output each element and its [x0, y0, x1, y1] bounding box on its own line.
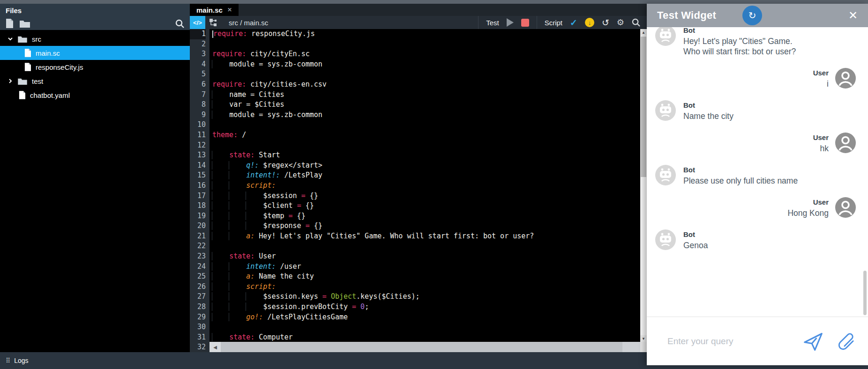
- chat-scroll-thumb[interactable]: [863, 271, 867, 315]
- folder-icon: [18, 78, 27, 85]
- code-line: module = sys.zb-common: [212, 110, 647, 120]
- code-line: $temp = {}: [212, 211, 647, 221]
- editor-body: 1234567891011121314151617181920212223242…: [190, 29, 647, 352]
- scrollbar-corner: [640, 342, 647, 352]
- line-number: 25: [190, 272, 206, 282]
- window-top-edge: [0, 0, 868, 4]
- line-number: 6: [190, 80, 206, 90]
- line-number: 30: [190, 322, 206, 332]
- file-tree-label: chatbot.yaml: [30, 91, 70, 99]
- tab-main-sc[interactable]: main.sc ✕: [190, 4, 239, 16]
- line-number: 19: [190, 211, 206, 221]
- message-author-label: Bot: [683, 101, 733, 109]
- code-line: a: Name the city: [212, 272, 647, 282]
- code-line: state: User: [212, 251, 647, 262]
- tab-close-icon[interactable]: ✕: [227, 7, 232, 13]
- run-test-icon[interactable]: [507, 18, 514, 27]
- scroll-left-icon[interactable]: ◀: [210, 342, 221, 352]
- line-number: 23: [190, 251, 206, 262]
- bot-avatar: [655, 27, 676, 46]
- code-line: script:: [212, 181, 647, 191]
- line-number-gutter: 1234567891011121314151617181920212223242…: [190, 29, 210, 352]
- line-number: 13: [190, 150, 206, 161]
- toolbar-separator: [478, 16, 479, 29]
- search-files-icon[interactable]: [175, 19, 184, 28]
- chat-message-bot: BotHey! Let's play "Cities" Game. Who wi…: [655, 27, 856, 57]
- file-tree-item-src[interactable]: src: [0, 32, 190, 46]
- new-folder-icon[interactable]: [20, 20, 30, 28]
- undo-icon[interactable]: ↺: [602, 17, 609, 28]
- chat-message-bot: BotGenoa: [655, 229, 856, 251]
- chat-history: BotHey! Let's play "Cities" Game. Who wi…: [647, 27, 868, 317]
- line-number: 15: [190, 170, 206, 181]
- code-line: theme: /: [212, 130, 647, 140]
- code-area[interactable]: require: responseCity.js​require: city/c…: [210, 29, 647, 352]
- line-number: 18: [190, 201, 206, 211]
- code-line: script:: [212, 282, 647, 292]
- flow-view-button[interactable]: [205, 16, 221, 29]
- line-number: 14: [190, 161, 206, 171]
- message-author-label: User: [787, 198, 829, 206]
- line-number: 27: [190, 292, 206, 302]
- scroll-down-icon[interactable]: ▼: [640, 335, 647, 342]
- breadcrumb: src / main.sc: [229, 19, 268, 27]
- stop-test-icon[interactable]: [521, 19, 529, 27]
- horizontal-scroll-thumb[interactable]: [221, 342, 622, 352]
- user-avatar: [835, 197, 856, 218]
- line-number: 7: [190, 90, 206, 100]
- file-tree-label: test: [32, 77, 43, 85]
- chat-message-user: Userhk: [655, 133, 856, 154]
- send-message-icon[interactable]: [802, 331, 824, 352]
- line-number: 11: [190, 130, 206, 140]
- attach-file-icon[interactable]: [837, 331, 856, 352]
- code-line: $session.prevBotCity = 0;: [212, 302, 647, 312]
- code-line: require: city/cities-en.csv: [212, 80, 647, 90]
- file-tree-item-test[interactable]: test: [0, 74, 190, 88]
- scroll-up-icon[interactable]: ▲: [640, 29, 647, 36]
- vertical-scrollbar[interactable]: ▲ ▼: [640, 29, 647, 342]
- files-toolbar: [0, 17, 190, 30]
- horizontal-scrollbar[interactable]: ◀: [210, 342, 640, 352]
- line-number: 28: [190, 302, 206, 312]
- code-line: var = $Cities: [212, 100, 647, 110]
- close-widget-icon[interactable]: ✕: [848, 9, 858, 22]
- settings-gear-icon[interactable]: ⚙: [617, 17, 624, 28]
- file-tree-label: responseCity.js: [36, 63, 83, 71]
- chat-message-bot: BotPlease use only full cities name: [655, 165, 856, 186]
- query-input[interactable]: [667, 336, 789, 347]
- code-line: go!: /LetsPlayCitiesGame: [212, 312, 647, 323]
- validate-check-icon[interactable]: ✓: [570, 17, 577, 28]
- code-line: ​: [212, 241, 647, 251]
- tab-bar: main.sc ✕: [190, 4, 647, 16]
- line-number: 16: [190, 181, 206, 191]
- file-tree-item-responseCity-js[interactable]: responseCity.js: [0, 60, 190, 74]
- message-author-label: Bot: [683, 27, 804, 34]
- line-number: 10: [190, 120, 206, 130]
- line-number: 20: [190, 221, 206, 231]
- code-line: intent!: /LetsPlay: [212, 170, 647, 181]
- file-tree-item-chatbot-yaml[interactable]: chatbot.yaml: [0, 88, 190, 102]
- code-line: ​: [212, 140, 647, 151]
- line-number: 24: [190, 262, 206, 272]
- code-line: ​: [212, 120, 647, 130]
- line-number: 22: [190, 241, 206, 251]
- new-file-icon[interactable]: [6, 19, 13, 28]
- chevron-right-icon[interactable]: [7, 78, 14, 84]
- vertical-scroll-thumb[interactable]: [641, 37, 646, 177]
- deploy-icon[interactable]: ↓: [585, 18, 594, 27]
- search-code-icon[interactable]: [632, 18, 640, 27]
- code-line: $session = {}: [212, 191, 647, 201]
- line-number: 4: [190, 59, 206, 70]
- file-tree: srcmain.scresponseCity.jstestchatbot.yam…: [0, 30, 190, 102]
- refresh-widget-button[interactable]: ↻: [742, 6, 762, 25]
- code-line: ​: [212, 69, 647, 80]
- code-view-button[interactable]: </>: [190, 16, 205, 29]
- user-avatar: [835, 133, 856, 153]
- file-tree-item-main-sc[interactable]: main.sc: [0, 46, 190, 60]
- user-avatar: [835, 68, 856, 89]
- test-widget-header: Test Widget ↻ ✕: [647, 4, 868, 27]
- script-label: Script: [545, 19, 562, 27]
- chevron-down-icon[interactable]: [7, 36, 14, 42]
- line-number: 32: [190, 342, 206, 352]
- code-line: $session.keys = Object.keys($Cities);: [212, 292, 647, 302]
